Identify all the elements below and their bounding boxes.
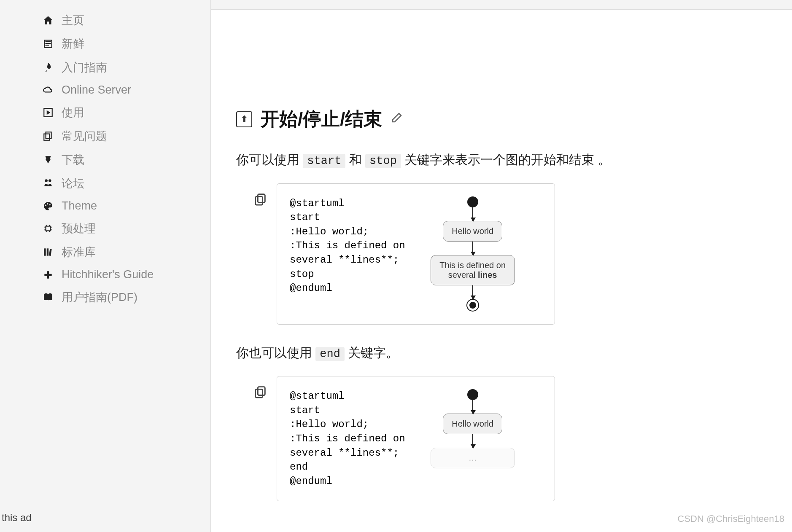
diagram-2: Hello world … [431, 389, 515, 488]
svg-rect-11 [49, 249, 52, 256]
sidebar-item-news[interactable]: 新鲜 [42, 32, 202, 56]
svg-point-5 [45, 204, 46, 206]
watermark: CSDN @ChrisEighteen18 [678, 513, 784, 524]
sidebar-item-faq[interactable]: 常见问题 [42, 124, 202, 148]
sidebar-item-label: Theme [62, 199, 97, 212]
sidebar-item-label: 主页 [62, 13, 84, 28]
copy-icon[interactable] [253, 384, 268, 400]
rocket-icon [42, 62, 54, 73]
home-icon [42, 14, 54, 26]
svg-point-7 [49, 204, 51, 205]
activity-node: This is defined on several lines [431, 255, 515, 285]
code-block: @startuml start :Hello world; :This is d… [290, 389, 405, 488]
text: This is defined on [439, 261, 506, 270]
svg-rect-14 [258, 387, 265, 395]
copy-icon[interactable] [253, 192, 268, 207]
activity-node-partial: … [431, 448, 515, 468]
news-icon [42, 38, 54, 50]
activity-node: Hello world [443, 221, 502, 242]
page-title: 开始/停止/结束 [261, 107, 382, 132]
svg-rect-13 [256, 196, 263, 205]
svg-rect-15 [256, 390, 263, 398]
download-icon [42, 154, 54, 166]
paragraph-2: 你也可以使用 end 关键字。 [236, 341, 767, 365]
svg-rect-1 [46, 132, 51, 138]
svg-rect-8 [46, 226, 51, 231]
sidebar-item-label: 下载 [62, 152, 84, 167]
svg-point-6 [47, 203, 48, 204]
sidebar-item-label: Hitchhiker's Guide [62, 268, 154, 281]
text: 你也可以使用 [236, 346, 315, 360]
sidebar-item-guide[interactable]: 入门指南 [42, 56, 202, 79]
sidebar-item-userguide[interactable]: 用户指南(PDF) [42, 285, 202, 309]
sidebar: 主页 新鲜 入门指南 Online Server 使用 常见问题 下载 论坛 [34, 0, 211, 532]
books-icon [42, 246, 54, 258]
sidebar-item-preprocess[interactable]: 预处理 [42, 217, 202, 240]
code-card: @startuml start :Hello world; :This is d… [277, 183, 555, 325]
main-content: ⬆ 开始/停止/结束 你可以使用 start 和 stop 关键字来表示一个图的… [211, 9, 792, 532]
sidebar-item-label: 预处理 [62, 221, 96, 236]
edit-icon[interactable] [391, 111, 403, 127]
start-node [467, 196, 478, 207]
svg-point-3 [45, 179, 48, 182]
sidebar-item-forum[interactable]: 论坛 [42, 172, 202, 195]
sidebar-item-hitchhiker[interactable]: Hitchhiker's Guide [42, 264, 202, 285]
svg-rect-9 [44, 248, 46, 255]
sidebar-item-theme[interactable]: Theme [42, 195, 202, 217]
sidebar-item-usage[interactable]: 使用 [42, 101, 202, 124]
code-card: @startuml start :Hello world; :This is d… [277, 376, 555, 501]
paragraph-1: 你可以使用 start 和 stop 关键字来表示一个图的开始和结束 。 [236, 148, 767, 172]
code-start: start [303, 154, 345, 168]
sidebar-item-label: Online Server [62, 83, 131, 97]
copy-icon [42, 130, 54, 142]
forum-icon [42, 177, 54, 189]
example-2: @startuml start :Hello world; :This is d… [253, 376, 767, 501]
plus-icon [42, 269, 54, 281]
text: 你可以使用 [236, 153, 303, 167]
sidebar-item-label: 用户指南(PDF) [62, 290, 137, 305]
diagram-1: Hello world This is defined on several l… [431, 196, 515, 312]
start-node [467, 389, 478, 400]
sidebar-item-stdlib[interactable]: 标准库 [42, 240, 202, 264]
text: 和 [349, 153, 365, 167]
book-icon [42, 291, 54, 303]
text: 关键字来表示一个图的开始和结束 。 [404, 153, 610, 167]
chip-icon [42, 223, 54, 234]
text: several [448, 270, 478, 279]
cloud-icon [42, 84, 54, 96]
play-icon [42, 107, 54, 118]
text: 关键字。 [348, 346, 399, 360]
code-end: end [315, 347, 345, 361]
sidebar-item-label: 标准库 [62, 245, 96, 260]
stop-node [466, 299, 479, 312]
code-stop: stop [365, 154, 401, 168]
sidebar-item-label: 使用 [62, 105, 84, 120]
activity-node: Hello world [443, 414, 502, 434]
svg-point-4 [48, 179, 51, 182]
palette-icon [42, 200, 54, 212]
text-bold: lines [478, 270, 497, 279]
sidebar-item-label: 论坛 [62, 176, 84, 191]
sidebar-item-online-server[interactable]: Online Server [42, 79, 202, 101]
example-1: @startuml start :Hello world; :This is d… [253, 183, 767, 325]
ad-text: this ad [2, 512, 32, 524]
sidebar-item-home[interactable]: 主页 [42, 8, 202, 32]
svg-rect-10 [47, 248, 48, 255]
svg-rect-2 [44, 134, 49, 140]
sidebar-item-download[interactable]: 下载 [42, 148, 202, 172]
sidebar-item-label: 常见问题 [62, 129, 107, 144]
code-block: @startuml start :Hello world; :This is d… [290, 196, 405, 312]
sidebar-item-label: 新鲜 [62, 36, 84, 51]
svg-rect-12 [258, 194, 265, 202]
sidebar-item-label: 入门指南 [62, 60, 107, 75]
anchor-icon: ⬆ [236, 111, 252, 127]
